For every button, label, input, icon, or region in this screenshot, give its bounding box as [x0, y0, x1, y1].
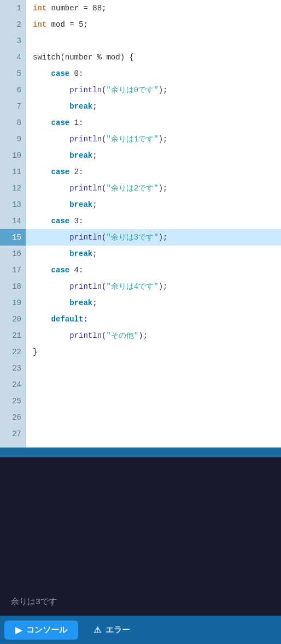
code-line-14: case 3:: [26, 213, 281, 229]
console-tab[interactable]: ▶ コンソール: [4, 621, 78, 640]
code-line-11: case 2:: [26, 164, 281, 180]
line-num-3: 3: [0, 33, 26, 49]
line-num-10: 10: [0, 147, 26, 164]
error-tab[interactable]: ⚠ エラー: [83, 621, 141, 640]
code-line-16: break;: [26, 246, 281, 262]
line-num-26: 26: [0, 409, 26, 426]
line-num-1: 1: [0, 0, 26, 16]
console-area: 余りは3です: [0, 457, 281, 616]
code-lines: int number = 88; int mod = 5; switch(num…: [26, 0, 281, 448]
line-num-25: 25: [0, 393, 26, 409]
line-num-9: 9: [0, 131, 26, 147]
code-line-7: break;: [26, 98, 281, 115]
console-output-text: 余りは3です: [11, 597, 57, 607]
line-num-23: 23: [0, 360, 26, 377]
code-line-4: switch(number % mod) {: [26, 49, 281, 65]
code-line-8: case 1:: [26, 115, 281, 131]
code-line-10: break;: [26, 147, 281, 164]
code-line-6: println("余りは0です");: [26, 82, 281, 98]
line-num-24: 24: [0, 377, 26, 393]
line-num-14: 14: [0, 213, 26, 229]
line-num-6: 6: [0, 82, 26, 98]
tab-bar: ▶ コンソール ⚠ エラー: [0, 616, 281, 644]
line-num-13: 13: [0, 196, 26, 213]
line-num-15: 15: [0, 229, 26, 246]
line-num-27: 27: [0, 426, 26, 442]
code-line-24: [26, 377, 281, 393]
code-container: 1 2 3 4 5 6 7 8 9 10 11 12 13 14 15 16 1…: [0, 0, 281, 448]
line-num-2: 2: [0, 16, 26, 33]
editor-area: 1 2 3 4 5 6 7 8 9 10 11 12 13 14 15 16 1…: [0, 0, 281, 448]
console-output: 余りは3です: [0, 457, 281, 616]
line-num-8: 8: [0, 115, 26, 131]
code-line-13: break;: [26, 196, 281, 213]
error-tab-label: エラー: [106, 625, 130, 635]
line-num-18: 18: [0, 278, 26, 295]
code-line-3: [26, 33, 281, 49]
code-line-15: println("余りは3です");: [26, 229, 281, 246]
line-num-16: 16: [0, 246, 26, 262]
code-line-2: int mod = 5;: [26, 16, 281, 33]
line-num-22: 22: [0, 344, 26, 360]
line-numbers: 1 2 3 4 5 6 7 8 9 10 11 12 13 14 15 16 1…: [0, 0, 26, 448]
console-tab-label: コンソール: [26, 625, 67, 635]
code-line-9: println("余りは1です");: [26, 131, 281, 147]
code-line-18: println("余りは4です");: [26, 278, 281, 295]
code-line-23: [26, 360, 281, 377]
code-line-21: println("その他");: [26, 327, 281, 344]
code-line-27: [26, 426, 281, 442]
code-line-5: case 0:: [26, 65, 281, 82]
separator-bar: [0, 448, 281, 457]
code-line-12: println("余りは2です");: [26, 180, 281, 196]
code-line-25: [26, 393, 281, 409]
error-tab-icon: ⚠: [93, 625, 101, 635]
code-line-17: case 4:: [26, 262, 281, 278]
line-num-11: 11: [0, 164, 26, 180]
console-tab-icon: ▶: [15, 625, 22, 635]
code-line-26: [26, 409, 281, 426]
code-line-19: break;: [26, 295, 281, 311]
line-num-17: 17: [0, 262, 26, 278]
line-num-21: 21: [0, 327, 26, 344]
code-line-1: int number = 88;: [26, 0, 281, 16]
code-line-20: default:: [26, 311, 281, 327]
line-num-4: 4: [0, 49, 26, 65]
line-num-7: 7: [0, 98, 26, 115]
line-num-19: 19: [0, 295, 26, 311]
code-line-22: }: [26, 344, 281, 360]
line-num-20: 20: [0, 311, 26, 327]
line-num-12: 12: [0, 180, 26, 196]
line-num-5: 5: [0, 65, 26, 82]
